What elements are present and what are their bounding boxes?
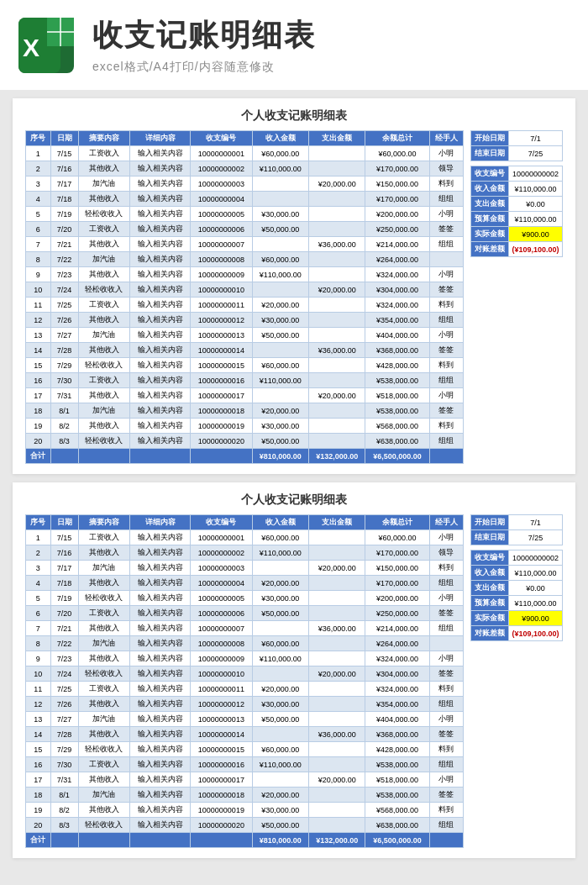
table-cell: 输入相关内容 bbox=[130, 403, 191, 419]
table1-container: 个人收支记账明细表 序号 日期 摘要内容 详细内容 收支编号 收入金额 支出金额… bbox=[13, 98, 575, 474]
table-cell: 组组 bbox=[429, 192, 463, 207]
table-cell: ¥60,000.00 bbox=[252, 530, 308, 545]
table-cell: ¥60,000.00 bbox=[365, 530, 429, 545]
table-cell: 10 bbox=[26, 666, 51, 682]
table-cell: 签签 bbox=[429, 403, 463, 419]
side2-code-row: 收支编号 10000000002 bbox=[471, 550, 563, 566]
table-cell: ¥568,000.00 bbox=[365, 803, 429, 818]
table-cell: 工资收入 bbox=[78, 222, 129, 237]
table-cell: 7/25 bbox=[50, 682, 78, 697]
table-cell: 加汽油 bbox=[78, 636, 129, 651]
table-cell: 10000000016 bbox=[191, 757, 252, 772]
table-cell: 工资收入 bbox=[78, 373, 129, 388]
table2-content: 序号 日期 摘要内容 详细内容 收支编号 收入金额 支出金额 余额总计 经手人 … bbox=[25, 514, 563, 848]
side-income-row: 收入金额 ¥110,000.00 bbox=[471, 182, 563, 197]
table-cell bbox=[252, 561, 308, 576]
table-cell bbox=[252, 237, 308, 252]
table-cell: 2 bbox=[26, 545, 51, 561]
table-row: 137/27加汽油输入相关内容10000000013¥50,000.00¥404… bbox=[26, 328, 464, 343]
table2-main: 序号 日期 摘要内容 详细内容 收支编号 收入金额 支出金额 余额总计 经手人 … bbox=[25, 514, 464, 848]
table-cell: 料到 bbox=[429, 682, 463, 697]
side2-income-value: ¥110,000.00 bbox=[509, 566, 563, 581]
table-cell: ¥538,000.00 bbox=[365, 757, 429, 772]
table-cell: 加汽油 bbox=[78, 176, 129, 192]
table-cell: 其他收入 bbox=[78, 313, 129, 328]
table-cell bbox=[308, 530, 365, 545]
table-cell: 7/22 bbox=[50, 252, 78, 267]
table-cell: ¥324,000.00 bbox=[365, 682, 429, 697]
side-end-row: 结束日期 7/25 bbox=[471, 146, 563, 161]
side2-income-row: 收入金额 ¥110,000.00 bbox=[471, 566, 563, 581]
table-cell: 7/19 bbox=[50, 591, 78, 606]
table-cell: 7/18 bbox=[50, 192, 78, 207]
table-row: 177/31其他收入输入相关内容10000000017¥20,000.00¥51… bbox=[26, 388, 464, 403]
table-cell: ¥250,000.00 bbox=[365, 222, 429, 237]
table-cell: 输入相关内容 bbox=[130, 358, 191, 373]
header: X 收支记账明细表 excel格式/A4打印/内容随意修改 bbox=[0, 0, 588, 90]
side-end-value: 7/25 bbox=[509, 146, 563, 161]
table-cell: ¥110,000.00 bbox=[252, 373, 308, 388]
table-cell: 10000000008 bbox=[191, 252, 252, 267]
table-cell: 10000000016 bbox=[191, 373, 252, 388]
th2-date: 日期 bbox=[50, 515, 78, 530]
main-title: 收支记账明细表 bbox=[92, 15, 316, 56]
table-cell: 10000000020 bbox=[191, 434, 252, 449]
table-cell: ¥60,000.00 bbox=[252, 252, 308, 267]
table-cell: 19 bbox=[26, 803, 51, 818]
table-cell: ¥110,000.00 bbox=[252, 161, 308, 176]
table-cell: 输入相关内容 bbox=[130, 682, 191, 697]
table-cell: 输入相关内容 bbox=[130, 176, 191, 192]
table-cell: 8/2 bbox=[50, 803, 78, 818]
table-cell: 输入相关内容 bbox=[130, 591, 191, 606]
table-cell: 10000000001 bbox=[191, 530, 252, 545]
footer-cell bbox=[429, 449, 463, 464]
table-cell: 10000000018 bbox=[191, 788, 252, 803]
table-row: 188/1加汽油输入相关内容10000000018¥20,000.00¥538,… bbox=[26, 403, 464, 419]
side2-expense-label: 支出金额 bbox=[471, 581, 509, 596]
table-row: 37/17加汽油输入相关内容10000000003¥20,000.00¥150,… bbox=[26, 561, 464, 576]
side-actual-label: 实际金额 bbox=[471, 227, 509, 242]
table-cell: 14 bbox=[26, 343, 51, 358]
table-cell bbox=[252, 727, 308, 742]
th-expense: 支出金额 bbox=[308, 131, 365, 146]
th-date: 日期 bbox=[50, 131, 78, 146]
table-cell: ¥324,000.00 bbox=[365, 298, 429, 313]
table-cell: 输入相关内容 bbox=[130, 328, 191, 343]
table-cell: 小明 bbox=[429, 388, 463, 403]
table-cell: ¥20,000.00 bbox=[252, 298, 308, 313]
table-cell: 8/2 bbox=[50, 419, 78, 434]
table-cell: 输入相关内容 bbox=[130, 712, 191, 727]
table-cell: ¥20,000.00 bbox=[252, 682, 308, 697]
footer-cell: ¥6,500,000.00 bbox=[365, 449, 429, 464]
table-cell: ¥354,000.00 bbox=[365, 313, 429, 328]
table-cell: 13 bbox=[26, 328, 51, 343]
table-cell: 7/21 bbox=[50, 621, 78, 636]
table-row: 67/20工资收入输入相关内容10000000006¥50,000.00¥250… bbox=[26, 606, 464, 621]
table-cell: 7/26 bbox=[50, 697, 78, 712]
th2-code: 收支编号 bbox=[191, 515, 252, 530]
table-cell bbox=[308, 161, 365, 176]
table-cell: 3 bbox=[26, 176, 51, 192]
table-cell: 料到 bbox=[429, 358, 463, 373]
table-cell: 7/19 bbox=[50, 207, 78, 222]
table-cell: 7/20 bbox=[50, 222, 78, 237]
table-cell: 7 bbox=[26, 237, 51, 252]
table-cell bbox=[252, 343, 308, 358]
table-cell: ¥50,000.00 bbox=[252, 222, 308, 237]
table-cell bbox=[308, 298, 365, 313]
table-cell: 轻松收收入 bbox=[78, 207, 129, 222]
table-cell: ¥428,000.00 bbox=[365, 358, 429, 373]
th-person: 经手人 bbox=[429, 131, 463, 146]
table-cell: 7/28 bbox=[50, 727, 78, 742]
table-cell: 组组 bbox=[429, 621, 463, 636]
table-cell: 其他收入 bbox=[78, 651, 129, 666]
table-cell: 20 bbox=[26, 434, 51, 449]
side-code-value: 10000000002 bbox=[509, 166, 563, 182]
table-cell: ¥20,000.00 bbox=[308, 388, 365, 403]
table-cell: 工资收入 bbox=[78, 530, 129, 545]
footer-cell bbox=[78, 833, 129, 848]
table-cell bbox=[308, 222, 365, 237]
table-cell bbox=[429, 636, 463, 651]
table-cell: ¥150,000.00 bbox=[365, 561, 429, 576]
table-cell: 小明 bbox=[429, 591, 463, 606]
